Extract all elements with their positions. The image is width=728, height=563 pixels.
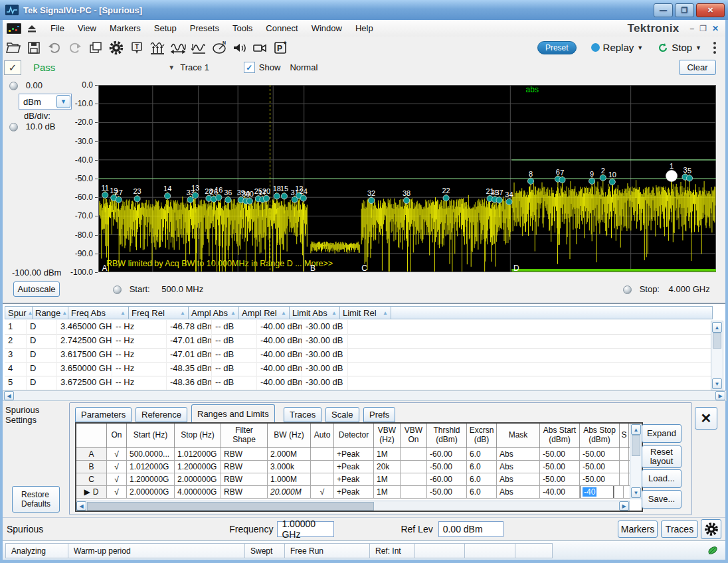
time-overview-button[interactable]	[167, 39, 188, 57]
ranges-header-row[interactable]	[76, 424, 107, 447]
range-cell[interactable]: 2.000000G	[127, 486, 175, 498]
marker-text-button[interactable]: T	[126, 39, 147, 57]
tab-ranges-and-limits[interactable]: Ranges and Limits	[191, 404, 275, 423]
menu-window[interactable]: Window	[305, 21, 349, 35]
range-cell[interactable]: √	[107, 448, 127, 460]
menu-markers[interactable]: Markers	[103, 21, 147, 35]
ranges-header-absstop[interactable]: Abs Stop (dBm)	[580, 424, 620, 447]
range-cell[interactable]	[614, 486, 624, 498]
maximize-button[interactable]: ❐	[675, 3, 694, 17]
range-cell[interactable]: 6.0	[467, 486, 497, 498]
range-cell[interactable]	[620, 473, 629, 485]
range-row-C[interactable]: C√1.200000G2.000000GRBW1.000M+Peak1M-60.…	[76, 473, 642, 486]
range-cell[interactable]	[620, 461, 629, 473]
menu-file[interactable]: File	[44, 21, 71, 35]
marker-23[interactable]: 23	[133, 187, 141, 202]
abs-stop-edit-field[interactable]: -40	[580, 486, 614, 498]
settings-close-button[interactable]: ✕	[695, 407, 717, 430]
display-icon[interactable]	[7, 23, 21, 34]
range-cell[interactable]: 4.000000G	[175, 486, 221, 498]
scroll-thumb[interactable]	[713, 333, 721, 349]
marker-40[interactable]: 40	[246, 190, 254, 204]
scroll-thumb[interactable]	[632, 435, 640, 456]
spur-row-3[interactable]: 3D3.617500 GHz-- Hz-47.01 dBm-- dB-40.00…	[5, 348, 713, 362]
tab-scale[interactable]: Scale	[325, 407, 359, 422]
range-cell[interactable]: 1.000M	[268, 473, 311, 485]
range-cell[interactable]	[401, 486, 427, 498]
spectrogram-button[interactable]	[147, 39, 167, 57]
range-cell[interactable]	[311, 473, 334, 485]
marker-14[interactable]: 14	[163, 185, 171, 199]
range-cell[interactable]: 1M	[374, 448, 401, 460]
ranges-header-vbw[interactable]: VBW (Hz)	[374, 424, 401, 447]
range-cell[interactable]	[311, 448, 334, 460]
settings-button[interactable]	[106, 39, 126, 57]
range-cell[interactable]: 2.000M	[268, 448, 311, 460]
menu-help[interactable]: Help	[349, 21, 380, 35]
show-checkbox[interactable]: ✓	[244, 62, 255, 73]
scroll-up-icon[interactable]: ▲	[631, 424, 641, 435]
db-div-knob-icon[interactable]	[9, 123, 18, 131]
spur-header-limit-abs[interactable]: Limit Abs▲	[290, 306, 340, 319]
eject-icon[interactable]	[27, 24, 37, 33]
scroll-thumb[interactable]	[87, 502, 374, 511]
range-cell[interactable]: RBW	[221, 461, 268, 473]
marker-16[interactable]: 16	[215, 186, 223, 201]
range-cell[interactable]: B	[76, 461, 107, 473]
ref-level-control[interactable]: 0.00	[9, 80, 43, 90]
spectrum-canvas[interactable]: 1119272314331328261636393040251720181531…	[98, 85, 716, 272]
traces-button[interactable]: Traces	[661, 521, 698, 538]
range-cell[interactable]: Abs	[497, 473, 540, 485]
spur-header-spur[interactable]: Spur▲	[5, 306, 33, 319]
tab-traces[interactable]: Traces	[284, 407, 321, 422]
stop-knob-icon[interactable]	[623, 285, 632, 294]
range-cell[interactable]: C	[76, 473, 107, 485]
range-cell[interactable]: -50.00	[580, 461, 620, 473]
range-cell[interactable]	[311, 461, 334, 473]
load-button[interactable]: Load...	[642, 469, 682, 488]
stop-freq-control[interactable]: Stop: 4.000 GHz	[623, 284, 710, 294]
scroll-left-icon[interactable]: ◀	[4, 391, 14, 400]
range-cell[interactable]: +Peak	[334, 486, 374, 498]
range-cell[interactable]: Abs	[497, 486, 540, 498]
ranges-header-detector[interactable]: Detector	[334, 424, 374, 447]
range-cell[interactable]: +Peak	[334, 448, 374, 460]
spur-hscrollbar[interactable]: ◀ ▶	[3, 390, 727, 401]
range-cell[interactable]: RBW	[221, 486, 268, 498]
spur-header-freq-rel[interactable]: Freq Rel▲	[129, 306, 189, 319]
marker-24[interactable]: 24	[300, 187, 308, 202]
range-cell[interactable]: RBW	[221, 448, 268, 460]
range-cell[interactable]: Abs	[497, 461, 540, 473]
mdi-restore-icon[interactable]: ❐	[699, 24, 707, 33]
marker-37[interactable]: 37	[495, 189, 503, 203]
more-menu-icon[interactable]	[713, 42, 716, 54]
menu-setup[interactable]: Setup	[147, 21, 183, 35]
range-cell[interactable]: √	[107, 461, 127, 473]
save-button[interactable]	[23, 39, 44, 57]
marker-15[interactable]: 15	[280, 185, 288, 199]
range-cell[interactable]: 6.0	[467, 461, 497, 473]
pass-checkbox[interactable]: ✓	[4, 60, 21, 75]
spur-header-limit-rel[interactable]: Limit Rel▲	[340, 306, 391, 319]
ranges-header-on[interactable]: On	[107, 424, 127, 447]
ref-level-value[interactable]: 0.00	[26, 80, 43, 90]
video-button[interactable]	[250, 39, 270, 57]
stop-dropdown-icon[interactable]: ▼	[695, 44, 701, 51]
range-cell[interactable]: 20k	[374, 461, 401, 473]
marker-22[interactable]: 22	[442, 187, 450, 201]
ranges-hscrollbar[interactable]: ◀ ▶	[76, 501, 630, 511]
menu-presets[interactable]: Presets	[183, 21, 226, 35]
spur-row-2[interactable]: 2D2.742500 GHz-- Hz-47.01 dBm-- dB-40.00…	[5, 334, 713, 349]
autoscale-button[interactable]: Autoscale	[13, 282, 60, 297]
range-cell[interactable]: -50.00	[427, 461, 467, 473]
range-cell[interactable]: -50.00	[580, 473, 620, 485]
range-cell[interactable]: -50.00	[580, 448, 620, 460]
range-cell[interactable]: -50.00	[540, 461, 580, 473]
range-cell[interactable]: ▶D	[76, 486, 107, 498]
clear-button[interactable]: Clear	[679, 60, 716, 75]
marker-9[interactable]: 9	[589, 170, 594, 185]
range-cell[interactable]: -50.00	[427, 486, 467, 498]
ref-lev-input[interactable]: 0.00 dBm	[438, 521, 503, 537]
undo-button[interactable]	[44, 39, 64, 57]
close-button[interactable]: ✕	[696, 3, 725, 17]
